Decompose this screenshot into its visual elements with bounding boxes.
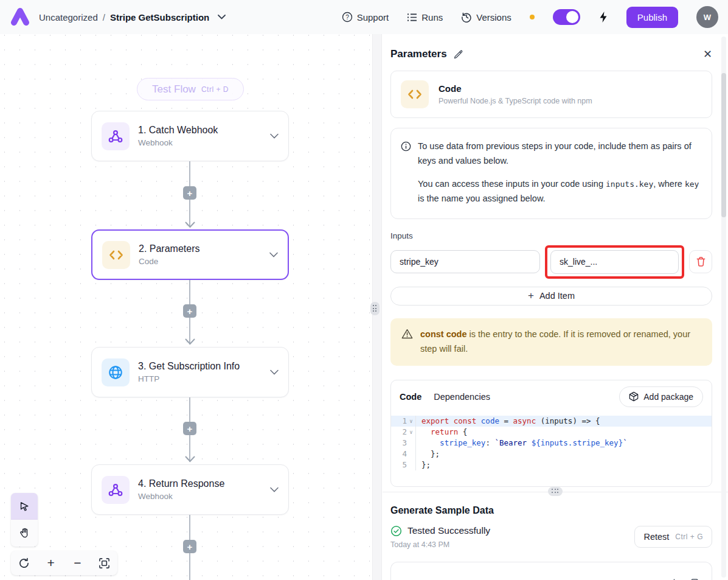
input-key-field[interactable]	[390, 250, 540, 273]
avatar[interactable]: W	[696, 6, 718, 28]
zoom-in-button[interactable]: +	[42, 554, 60, 572]
resizer-grip-icon[interactable]	[370, 302, 380, 315]
node-subtitle: Webhook	[138, 138, 262, 147]
fit-view-button[interactable]	[95, 554, 113, 572]
code-editor[interactable]: 1∨export const code = async (inputs) => …	[391, 412, 712, 486]
node-subtitle: Code	[139, 257, 261, 266]
rename-pencil-icon[interactable]	[453, 49, 463, 60]
node-parameters[interactable]: 2. Parameters Code	[91, 229, 289, 280]
chevron-down-icon[interactable]	[270, 369, 279, 375]
node-return-response[interactable]: 4. Return Response Webhook	[91, 464, 289, 515]
success-check-icon	[390, 525, 402, 537]
globe-icon	[102, 358, 130, 386]
app-logo[interactable]	[10, 7, 30, 27]
info-icon	[401, 141, 411, 206]
info-text: To use data from previous steps in your …	[418, 139, 701, 206]
reset-view-button[interactable]	[15, 554, 33, 572]
publish-button[interactable]: Publish	[626, 7, 678, 28]
code-line[interactable]: 5};	[391, 459, 712, 470]
code-text: stripe_key: `Bearer ${inputs.stripe_key}…	[421, 438, 628, 449]
code-line[interactable]: 1∨export const code = async (inputs) => …	[391, 416, 712, 427]
chevron-down-icon[interactable]	[270, 133, 279, 139]
warning-text: const code is the entry to the code. If …	[420, 327, 701, 357]
code-line[interactable]: 4 };	[391, 449, 712, 459]
add-step-button[interactable]: +	[183, 186, 196, 200]
add-package-button[interactable]: Add package	[619, 386, 703, 407]
line-number: 5	[391, 459, 407, 470]
top-bar: Uncategorized / Stripe GetSubscription ?…	[0, 0, 728, 34]
lightning-icon[interactable]	[598, 11, 608, 23]
node-get-subscription-info[interactable]: 3. Get Subscription Info HTTP	[91, 347, 289, 397]
breadcrumb-folder[interactable]: Uncategorized	[39, 12, 98, 23]
test-flow-shortcut: Ctrl + D	[201, 85, 229, 94]
add-step-button[interactable]: +	[183, 422, 196, 435]
info-card: To use data from previous steps in your …	[390, 128, 712, 219]
support-button[interactable]: ? Support	[342, 12, 389, 23]
sample-data-resizer[interactable]	[383, 492, 728, 492]
connector-arrow-icon	[185, 338, 195, 345]
node-catch-webhook[interactable]: 1. Catch Webhook Webhook	[91, 111, 289, 161]
workflow-canvas[interactable]: Test Flow Ctrl + D 1. Catch Webhook Webh…	[0, 34, 372, 580]
flow-name[interactable]: Stripe GetSubscription	[110, 12, 209, 23]
copy-output-button[interactable]	[690, 578, 701, 580]
input-value-field[interactable]	[550, 250, 679, 274]
tab-dependencies[interactable]: Dependencies	[434, 392, 490, 402]
zoom-out-button[interactable]: −	[68, 554, 86, 572]
breadcrumb-separator: /	[103, 12, 105, 23]
flow-menu-chevron-icon[interactable]	[218, 15, 226, 19]
inputs-label: Inputs	[390, 231, 712, 240]
node-title: 4. Return Response	[138, 478, 262, 489]
history-icon	[461, 12, 472, 23]
versions-button[interactable]: Versions	[461, 12, 511, 23]
download-output-button[interactable]	[669, 578, 679, 580]
output-card: Output	[390, 562, 712, 580]
gutter-border	[415, 459, 416, 470]
webhook-icon	[102, 122, 130, 150]
add-step-button[interactable]: +	[183, 304, 196, 318]
retest-button[interactable]: Retest Ctrl + G	[634, 526, 712, 548]
runs-label: Runs	[421, 12, 443, 23]
flow-enabled-toggle[interactable]	[553, 9, 580, 25]
versions-label: Versions	[476, 12, 511, 23]
hand-icon	[18, 527, 30, 539]
fold-spacer	[407, 449, 415, 459]
add-package-label: Add package	[643, 392, 693, 402]
add-step-button[interactable]: +	[183, 540, 196, 553]
step-type-card[interactable]: Code Powerful Node.js & TypeScript code …	[390, 71, 712, 118]
fold-chevron-icon[interactable]: ∨	[407, 416, 415, 427]
list-icon	[407, 13, 417, 22]
code-icon	[102, 241, 130, 269]
fold-chevron-icon[interactable]: ∨	[407, 427, 415, 438]
support-label: Support	[357, 12, 389, 23]
retest-shortcut: Ctrl + G	[675, 533, 703, 541]
test-flow-button[interactable]: Test Flow Ctrl + D	[137, 78, 244, 100]
select-tool-button[interactable]	[11, 493, 38, 520]
add-item-label: Add Item	[539, 291, 575, 301]
panel-title: Parameters	[390, 48, 447, 60]
cursor-icon	[18, 500, 30, 512]
output-title: Output	[402, 578, 429, 580]
test-flow-label: Test Flow	[152, 83, 196, 96]
code-line[interactable]: 2∨ return {	[391, 427, 712, 438]
node-title: 3. Get Subscription Info	[138, 361, 262, 372]
delete-input-button[interactable]	[689, 250, 712, 273]
line-number: 4	[391, 449, 407, 459]
pan-tool-button[interactable]	[11, 520, 38, 547]
chevron-down-icon[interactable]	[270, 487, 279, 492]
plus-icon: +	[528, 290, 534, 302]
add-item-button[interactable]: + Add Item	[390, 287, 712, 306]
package-icon	[629, 391, 639, 402]
gutter-border	[415, 438, 416, 449]
panel-scrollbar-thumb[interactable]	[721, 73, 726, 217]
gutter-border	[415, 416, 416, 427]
close-panel-button[interactable]: ✕	[703, 47, 712, 61]
tab-code[interactable]: Code	[400, 392, 421, 402]
step-type-title: Code	[439, 83, 592, 94]
code-line[interactable]: 3 stripe_key: `Bearer ${inputs.stripe_ke…	[391, 438, 712, 449]
panel-resizer[interactable]	[372, 34, 382, 580]
fold-spacer	[407, 438, 415, 449]
runs-button[interactable]: Runs	[407, 12, 443, 23]
resizer-grip-icon[interactable]	[548, 487, 563, 496]
code-text: };	[421, 449, 440, 459]
chevron-down-icon[interactable]	[269, 252, 278, 257]
